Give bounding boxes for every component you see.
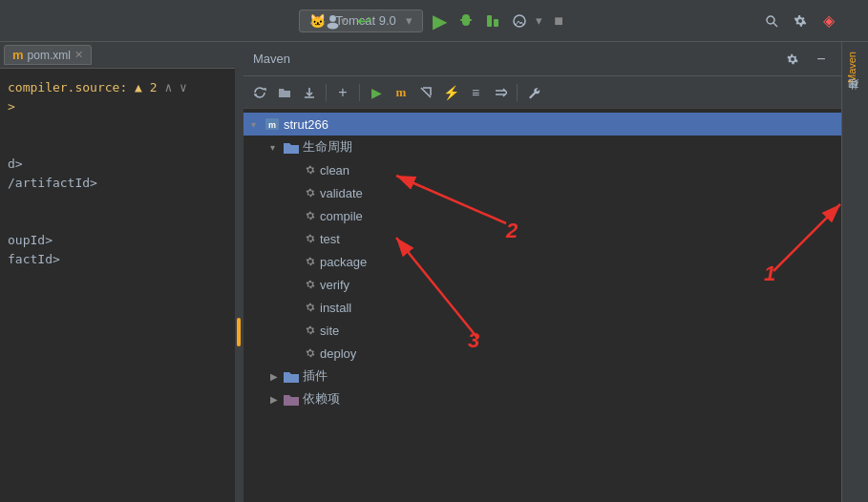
dependencies-group[interactable]: ▶ 依赖项	[243, 387, 841, 410]
download-icon[interactable]	[299, 82, 320, 103]
chevron-down-icon: ▾	[406, 13, 413, 28]
plugins-folder-icon	[284, 369, 299, 383]
editor-text: compiler.source:	[8, 80, 127, 94]
pom-xml-tab[interactable]: m pom.xml ✕	[4, 45, 92, 65]
run-button[interactable]: ▶	[429, 10, 450, 31]
root-label: strut266	[284, 117, 328, 132]
right-sidebar: Maven 构建	[841, 42, 868, 502]
expand-chevron: ▾	[251, 119, 261, 130]
maven-header: Maven −	[243, 42, 841, 76]
user-icon[interactable]: ▾	[325, 10, 346, 31]
add-icon[interactable]: +	[332, 82, 353, 103]
gear-icon-clean	[305, 164, 316, 176]
maven-settings-icon[interactable]	[782, 49, 803, 70]
editor-line-6: factId>	[8, 250, 235, 269]
plugins-group[interactable]: ▶ 插件	[243, 365, 841, 387]
close-tab-button[interactable]: ✕	[74, 49, 83, 61]
editor-content: compiler.source: ▲ 2 ∧ ∨ > d> /artifactI…	[0, 69, 243, 279]
svg-point-4	[514, 15, 525, 27]
deps-folder-icon	[284, 392, 299, 406]
expand-controls[interactable]: ∧ ∨	[164, 80, 186, 94]
lifecycle-group[interactable]: ▾ 生命周期	[243, 136, 841, 158]
lifecycle-folder-icon	[284, 140, 299, 154]
svg-rect-2	[487, 15, 492, 27]
validate-label: validate	[320, 186, 363, 200]
search-button[interactable]	[761, 10, 782, 31]
editor-line-4: /artifactId>	[8, 174, 235, 193]
editor-spacer	[8, 116, 235, 155]
site-label: site	[320, 324, 339, 338]
editor-tab-bar: m pom.xml ✕	[0, 42, 243, 69]
maven-file-icon: m	[12, 48, 24, 62]
lifecycle-item-site[interactable]: site	[243, 319, 841, 342]
toolbar-sep-3	[517, 84, 518, 101]
toolbar-sep-2	[359, 84, 360, 101]
settings-button[interactable]	[790, 10, 811, 31]
sidebar-tab-maven[interactable]: Maven	[844, 46, 867, 89]
run-maven-icon[interactable]: ▶	[366, 82, 387, 103]
lifecycle-item-clean[interactable]: clean	[243, 158, 841, 181]
gear-icon-package	[305, 256, 316, 267]
main-layout: m pom.xml ✕ compiler.source: ▲ 2 ∧ ∨ > d…	[0, 42, 868, 502]
lifecycle-chevron: ▾	[270, 142, 280, 153]
refresh-icon[interactable]	[249, 82, 270, 103]
skip-tests-icon[interactable]	[415, 82, 436, 103]
maven-collapse-icon[interactable]: −	[811, 49, 832, 70]
gear-icon-verify	[305, 279, 316, 290]
gear-icon-site	[305, 324, 316, 336]
lightning-icon[interactable]: ⚡	[440, 82, 461, 103]
gear-icon-deploy	[305, 347, 316, 359]
back-icon[interactable]: ↩	[353, 10, 374, 31]
svg-line-9	[421, 88, 431, 97]
deps-label: 依赖项	[303, 390, 340, 408]
deps-chevron: ▶	[270, 394, 280, 405]
sidebar-tab-build[interactable]: 构建	[844, 93, 867, 104]
svg-text:m: m	[268, 120, 276, 130]
equals-icon[interactable]	[490, 82, 511, 103]
svg-rect-3	[494, 19, 498, 27]
package-label: package	[320, 255, 367, 269]
svg-point-5	[767, 16, 774, 24]
coverage-button[interactable]	[482, 10, 503, 31]
profile-button[interactable]	[509, 10, 530, 31]
gear-icon-compile	[305, 210, 316, 221]
toolbar-sep-1	[326, 84, 327, 101]
lifecycle-item-verify[interactable]: verify	[243, 273, 841, 296]
maven-toolbar: + ▶ m ⚡ ≡	[243, 76, 841, 109]
open-folder-icon[interactable]	[274, 82, 295, 103]
toolbar-right: ◈	[761, 10, 839, 31]
editor-line: compiler.source: ▲ 2 ∧ ∨	[8, 78, 235, 97]
gear-icon-install	[305, 302, 316, 313]
editor-spacer-2	[8, 193, 235, 231]
install-label: install	[320, 301, 351, 315]
gear-icon-test	[305, 233, 316, 244]
lifecycle-item-deploy[interactable]: deploy	[243, 342, 841, 365]
lifecycle-item-package[interactable]: package	[243, 250, 841, 273]
top-toolbar: ▾ ↩ 🐱 Tomcat 9.0 ▾ ▶ ▾ ■	[0, 0, 868, 42]
lifecycle-item-compile[interactable]: compile	[243, 204, 841, 227]
svg-point-0	[329, 15, 336, 22]
editor-line-2: >	[8, 97, 235, 116]
plugins-chevron: ▶	[270, 371, 280, 382]
maven-title: Maven	[253, 52, 290, 66]
compile-label: compile	[320, 209, 363, 223]
lifecycle-label: 生命周期	[303, 138, 352, 156]
jetbrains-logo: ◈	[818, 10, 839, 31]
left-panel: m pom.xml ✕ compiler.source: ▲ 2 ∧ ∨ > d…	[0, 42, 243, 502]
stop-button[interactable]: ■	[548, 10, 569, 31]
toggle-icon[interactable]: ≡	[465, 82, 486, 103]
editor-line-3: d>	[8, 155, 235, 174]
maven-header-icons: −	[782, 49, 832, 70]
lifecycle-item-install[interactable]: install	[243, 296, 841, 319]
lifecycle-item-validate[interactable]: validate	[243, 181, 841, 204]
tab-filename: pom.xml	[28, 49, 71, 62]
svg-point-1	[328, 22, 339, 29]
tree-root[interactable]: ▾ m strut266	[243, 113, 841, 136]
debug-button[interactable]	[455, 10, 476, 31]
left-scrollbar[interactable]	[235, 42, 243, 502]
wrench-icon[interactable]	[523, 82, 544, 103]
lifecycle-item-test[interactable]: test	[243, 227, 841, 250]
warning-icon: ▲	[135, 80, 142, 94]
m-run-icon[interactable]: m	[391, 82, 412, 103]
maven-tree[interactable]: ▾ m strut266 ▾ 生命周期 clean	[243, 109, 841, 502]
